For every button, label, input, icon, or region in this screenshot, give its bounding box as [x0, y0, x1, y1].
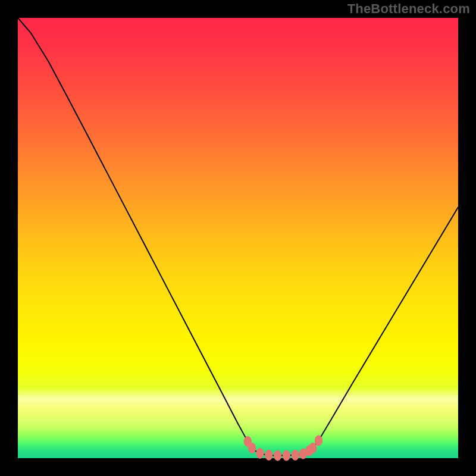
- marker-dot: [265, 450, 273, 460]
- watermark: TheBottleneck.com: [347, 1, 470, 17]
- chart-stage: { "watermark": "TheBottleneck.com", "plo…: [0, 0, 476, 476]
- marker-dot: [292, 450, 299, 460]
- marker-dot: [274, 450, 281, 461]
- marker-dot: [315, 436, 322, 446]
- bottleneck-chart: [0, 0, 476, 476]
- plot-background: [18, 18, 458, 458]
- marker-dot: [248, 443, 255, 453]
- marker-dot: [256, 448, 264, 458]
- marker-dot: [309, 443, 317, 453]
- marker-dot: [283, 450, 290, 461]
